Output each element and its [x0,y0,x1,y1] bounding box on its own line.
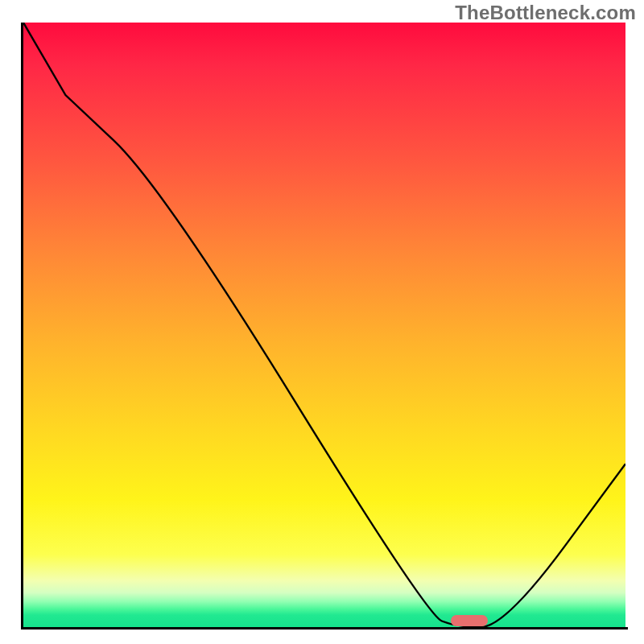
plot-area [23,23,625,627]
chart-container: TheBottleneck.com [0,0,644,644]
watermark-text: TheBottleneck.com [455,2,636,24]
bottleneck-curve [23,23,625,627]
optimal-marker [451,615,488,626]
